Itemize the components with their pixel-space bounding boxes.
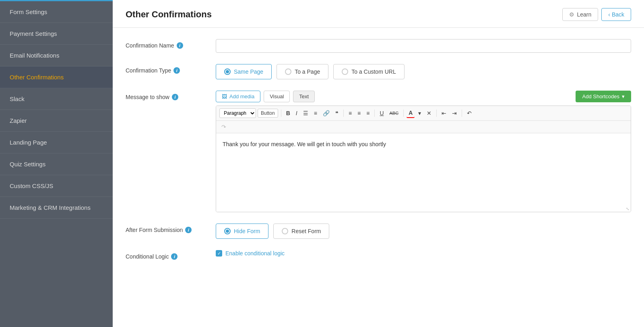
radio-to-a-page[interactable]: To a Page <box>277 64 328 79</box>
confirmation-type-info-icon[interactable]: i <box>173 67 180 74</box>
sidebar-item-slack[interactable]: Slack <box>0 88 113 110</box>
align-left-button[interactable]: ≡ <box>347 109 354 118</box>
radio-circle-to-a-page <box>285 68 291 75</box>
radio-label-same-page: Same Page <box>234 68 263 75</box>
after-submission-info-icon[interactable]: i <box>185 227 192 233</box>
toolbar-divider-2 <box>343 110 344 117</box>
message-label: Message to show i <box>126 91 206 100</box>
confirmation-type-group: Same PageTo a PageTo a Custom URL <box>216 64 631 79</box>
confirmation-type-row: Confirmation Type i Same PageTo a PageTo… <box>126 64 631 79</box>
gear-icon: ⚙ <box>569 11 574 18</box>
align-center-button[interactable]: ≡ <box>355 109 363 118</box>
after-submission-label: After Form Submission i <box>126 224 206 233</box>
message-control: 🖼 Add media Visual Text Add Shortcodes ▾ <box>216 91 631 212</box>
align-right-button[interactable]: ≡ <box>364 109 372 118</box>
bold-button[interactable]: B <box>284 109 292 118</box>
text-color-button[interactable]: A <box>407 108 415 118</box>
add-media-icon: 🖼 <box>222 93 227 99</box>
radio-to-a-custom-url[interactable]: To a Custom URL <box>333 64 404 79</box>
confirmation-name-label: Confirmation Name i <box>126 39 206 49</box>
toolbar-divider-3 <box>374 110 375 117</box>
check-icon: ✓ <box>217 251 221 256</box>
editor-wrapper: Paragraph Button B I ☰ ≡ 🔗 ❝ ≡ ≡ ≡ <box>216 106 631 212</box>
conditional-logic-info-icon[interactable]: i <box>171 253 178 260</box>
editor-resize-handle: ⤡ <box>216 206 631 212</box>
page-title: Other Confirmations <box>126 9 212 20</box>
toolbar-divider-1 <box>281 110 281 117</box>
radio-circle-same-page <box>224 68 231 75</box>
tab-text-button[interactable]: Text <box>293 91 315 102</box>
radio-circle-hide-form <box>224 228 231 234</box>
radio-label-to-a-page: To a Page <box>295 68 320 75</box>
message-info-icon[interactable]: i <box>172 94 178 100</box>
after-submission-row: After Form Submission i Hide FormReset F… <box>126 224 631 239</box>
radio-label-hide-form: Hide Form <box>234 228 260 234</box>
add-media-button[interactable]: 🖼 Add media <box>216 91 260 102</box>
sidebar-item-marketing-crm[interactable]: Marketing & CRM Integrations <box>0 197 113 219</box>
confirmation-name-info-icon[interactable]: i <box>177 42 183 49</box>
after-submission-group: Hide FormReset Form <box>216 224 631 239</box>
conditional-checkbox[interactable]: ✓ <box>216 250 222 257</box>
ol-button[interactable]: ≡ <box>312 109 319 118</box>
sidebar-item-quiz-settings[interactable]: Quiz Settings <box>0 153 113 175</box>
learn-button[interactable]: ⚙ Learn <box>562 8 598 21</box>
confirmation-name-row: Confirmation Name i <box>126 39 631 53</box>
confirmation-type-label: Confirmation Type i <box>126 64 206 74</box>
radio-reset-form[interactable]: Reset Form <box>273 224 329 239</box>
page-header: Other Confirmations ⚙ Learn ‹ Back <box>113 0 644 28</box>
link-button[interactable]: 🔗 <box>321 109 332 118</box>
form-content: Confirmation Name i Confirmation Type i … <box>113 28 644 271</box>
toolbar-divider-6 <box>462 110 462 117</box>
radio-same-page[interactable]: Same Page <box>216 64 272 79</box>
button-toolbar-btn[interactable]: Button <box>258 109 278 118</box>
conditional-logic-control: ✓ Enable conditional logic <box>216 250 631 257</box>
sidebar-item-custom-css-js[interactable]: Custom CSS/JS <box>0 175 113 197</box>
tab-visual-button[interactable]: Visual <box>264 91 290 102</box>
enable-conditional-label[interactable]: ✓ Enable conditional logic <box>216 250 631 257</box>
indent-button[interactable]: ⇥ <box>450 109 459 118</box>
outdent-button[interactable]: ⇤ <box>440 109 448 118</box>
radio-label-reset-form: Reset Form <box>291 228 321 234</box>
add-shortcodes-button[interactable]: Add Shortcodes ▾ <box>576 91 631 102</box>
italic-button[interactable]: I <box>294 109 299 118</box>
paragraph-select[interactable]: Paragraph <box>219 108 256 118</box>
sidebar-item-payment-settings[interactable]: Payment Settings <box>0 23 113 45</box>
undo-button[interactable]: ↶ <box>465 109 474 118</box>
message-row: Message to show i 🖼 Add media Visual Tex… <box>126 91 631 212</box>
toolbar-divider-5 <box>436 110 437 117</box>
toolbar-divider-4 <box>403 110 404 117</box>
redo-button[interactable]: ↷ <box>219 122 228 131</box>
sidebar-item-other-confirmations[interactable]: Other Confirmations <box>0 66 113 88</box>
radio-circle-to-a-custom-url <box>342 68 348 75</box>
eraser-button[interactable]: ✕ <box>425 109 433 118</box>
confirmation-type-control: Same PageTo a PageTo a Custom URL <box>216 64 631 79</box>
conditional-logic-label: Conditional Logic i <box>126 250 206 260</box>
radio-hide-form[interactable]: Hide Form <box>216 224 268 239</box>
after-submission-control: Hide FormReset Form <box>216 224 631 239</box>
main-content: Other Confirmations ⚙ Learn ‹ Back Confi… <box>113 0 644 327</box>
underline-button[interactable]: U <box>378 109 386 118</box>
radio-circle-reset-form <box>282 228 288 234</box>
ul-button[interactable]: ☰ <box>301 109 310 118</box>
back-chevron-icon: ‹ <box>608 11 610 18</box>
sidebar-item-zapier[interactable]: Zapier <box>0 110 113 132</box>
shortcodes-chevron-icon: ▾ <box>622 93 625 99</box>
blockquote-button[interactable]: ❝ <box>333 109 341 118</box>
color-picker-button[interactable]: ▾ <box>416 109 423 118</box>
sidebar-item-email-notifications[interactable]: Email Notifications <box>0 45 113 66</box>
confirmation-name-input[interactable] <box>216 39 631 53</box>
editor-tabs-row: 🖼 Add media Visual Text Add Shortcodes ▾ <box>216 91 631 102</box>
conditional-logic-row: Conditional Logic i ✓ Enable conditional… <box>126 250 631 260</box>
radio-label-to-a-custom-url: To a Custom URL <box>351 68 396 75</box>
editor-toolbar-row2: ↷ <box>216 121 631 133</box>
sidebar-item-form-settings[interactable]: Form Settings <box>0 1 113 23</box>
back-button[interactable]: ‹ Back <box>601 8 631 21</box>
confirmation-name-control <box>216 39 631 53</box>
sidebar: Form SettingsPayment SettingsEmail Notif… <box>0 0 113 327</box>
header-actions: ⚙ Learn ‹ Back <box>562 8 631 21</box>
editor-body[interactable]: Thank you for your message. We will get … <box>216 133 631 206</box>
editor-toolbar: Paragraph Button B I ☰ ≡ 🔗 ❝ ≡ ≡ ≡ <box>216 106 631 121</box>
sidebar-item-landing-page[interactable]: Landing Page <box>0 132 113 153</box>
strikethrough-button[interactable]: ABC <box>388 110 401 117</box>
